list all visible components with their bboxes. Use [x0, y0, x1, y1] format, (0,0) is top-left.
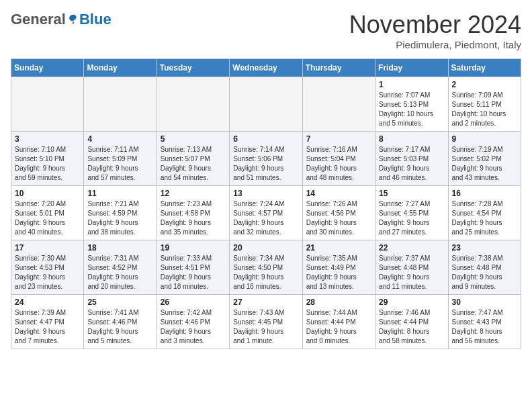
calendar-day-cell: 7Sunrise: 7:16 AM Sunset: 5:04 PM Daylig… — [302, 132, 375, 186]
calendar-day-cell: 17Sunrise: 7:30 AM Sunset: 4:53 PM Dayli… — [11, 240, 84, 295]
day-info: Sunrise: 7:37 AM Sunset: 4:48 PM Dayligh… — [379, 254, 444, 291]
calendar-day-cell: 4Sunrise: 7:11 AM Sunset: 5:09 PM Daylig… — [84, 132, 157, 186]
calendar-day-cell — [11, 77, 84, 132]
weekday-header: Sunday — [11, 59, 84, 77]
title-section: November 2024 Piedimulera, Piedmont, Ita… — [349, 11, 521, 50]
calendar-day-cell: 9Sunrise: 7:19 AM Sunset: 5:02 PM Daylig… — [448, 132, 521, 186]
day-number: 23 — [452, 243, 517, 253]
weekday-header: Friday — [375, 59, 448, 77]
calendar-day-cell: 10Sunrise: 7:20 AM Sunset: 5:01 PM Dayli… — [11, 186, 84, 240]
day-info: Sunrise: 7:10 AM Sunset: 5:10 PM Dayligh… — [15, 145, 80, 183]
day-info: Sunrise: 7:34 AM Sunset: 4:50 PM Dayligh… — [233, 254, 298, 291]
day-info: Sunrise: 7:44 AM Sunset: 4:44 PM Dayligh… — [306, 308, 371, 346]
day-number: 9 — [452, 134, 517, 144]
calendar-day-cell: 20Sunrise: 7:34 AM Sunset: 4:50 PM Dayli… — [230, 240, 302, 295]
day-number: 12 — [161, 189, 226, 198]
day-info: Sunrise: 7:21 AM Sunset: 4:59 PM Dayligh… — [87, 199, 152, 237]
day-info: Sunrise: 7:42 AM Sunset: 4:46 PM Dayligh… — [161, 308, 226, 346]
calendar-day-cell: 13Sunrise: 7:24 AM Sunset: 4:57 PM Dayli… — [230, 186, 302, 240]
calendar-day-cell: 18Sunrise: 7:31 AM Sunset: 4:52 PM Dayli… — [84, 240, 157, 295]
calendar-day-cell: 29Sunrise: 7:46 AM Sunset: 4:44 PM Dayli… — [375, 295, 448, 349]
day-info: Sunrise: 7:26 AM Sunset: 4:56 PM Dayligh… — [306, 199, 371, 237]
calendar-day-cell: 3Sunrise: 7:10 AM Sunset: 5:10 PM Daylig… — [11, 132, 84, 186]
weekday-header: Saturday — [448, 59, 521, 77]
day-info: Sunrise: 7:17 AM Sunset: 5:03 PM Dayligh… — [379, 145, 444, 183]
weekday-header: Wednesday — [230, 59, 302, 77]
calendar-day-cell: 8Sunrise: 7:17 AM Sunset: 5:03 PM Daylig… — [375, 132, 448, 186]
calendar-day-cell: 21Sunrise: 7:35 AM Sunset: 4:49 PM Dayli… — [302, 240, 375, 295]
calendar-day-cell: 19Sunrise: 7:33 AM Sunset: 4:51 PM Dayli… — [157, 240, 229, 295]
day-number: 22 — [379, 243, 444, 253]
calendar-day-cell — [157, 77, 229, 132]
day-number: 16 — [452, 189, 517, 198]
day-info: Sunrise: 7:39 AM Sunset: 4:47 PM Dayligh… — [15, 308, 80, 346]
day-number: 10 — [15, 189, 80, 198]
weekday-header: Tuesday — [157, 59, 229, 77]
calendar-day-cell — [230, 77, 302, 132]
day-info: Sunrise: 7:38 AM Sunset: 4:48 PM Dayligh… — [452, 254, 517, 291]
day-info: Sunrise: 7:14 AM Sunset: 5:06 PM Dayligh… — [233, 145, 298, 183]
calendar-day-cell: 1Sunrise: 7:07 AM Sunset: 5:13 PM Daylig… — [375, 77, 448, 132]
logo: General Blue — [11, 11, 112, 28]
page-header: General Blue November 2024 Piedimulera, … — [11, 11, 521, 50]
logo-general-text: General — [11, 11, 66, 28]
calendar-day-cell: 26Sunrise: 7:42 AM Sunset: 4:46 PM Dayli… — [157, 295, 229, 349]
day-number: 3 — [15, 134, 80, 144]
day-info: Sunrise: 7:16 AM Sunset: 5:04 PM Dayligh… — [306, 145, 371, 183]
calendar-day-cell: 15Sunrise: 7:27 AM Sunset: 4:55 PM Dayli… — [375, 186, 448, 240]
day-info: Sunrise: 7:07 AM Sunset: 5:13 PM Dayligh… — [379, 91, 444, 128]
calendar-day-cell: 28Sunrise: 7:44 AM Sunset: 4:44 PM Dayli… — [302, 295, 375, 349]
calendar-day-cell: 2Sunrise: 7:09 AM Sunset: 5:11 PM Daylig… — [448, 77, 521, 132]
calendar-week-row: 1Sunrise: 7:07 AM Sunset: 5:13 PM Daylig… — [11, 77, 521, 132]
day-info: Sunrise: 7:31 AM Sunset: 4:52 PM Dayligh… — [87, 254, 152, 291]
day-number: 6 — [233, 134, 298, 144]
calendar-day-cell: 30Sunrise: 7:47 AM Sunset: 4:43 PM Dayli… — [448, 295, 521, 349]
location-text: Piedimulera, Piedmont, Italy — [349, 39, 521, 50]
weekday-header: Monday — [84, 59, 157, 77]
day-number: 5 — [161, 134, 226, 144]
day-number: 30 — [452, 298, 517, 307]
day-number: 28 — [306, 298, 371, 307]
day-info: Sunrise: 7:30 AM Sunset: 4:53 PM Dayligh… — [15, 254, 80, 291]
day-info: Sunrise: 7:19 AM Sunset: 5:02 PM Dayligh… — [452, 145, 517, 183]
calendar-day-cell — [84, 77, 157, 132]
day-number: 13 — [233, 189, 298, 198]
day-info: Sunrise: 7:09 AM Sunset: 5:11 PM Dayligh… — [452, 91, 517, 128]
day-number: 24 — [15, 298, 80, 307]
day-number: 11 — [87, 189, 152, 198]
day-number: 15 — [379, 189, 444, 198]
calendar-day-cell: 14Sunrise: 7:26 AM Sunset: 4:56 PM Dayli… — [302, 186, 375, 240]
day-info: Sunrise: 7:24 AM Sunset: 4:57 PM Dayligh… — [233, 199, 298, 237]
calendar-week-row: 24Sunrise: 7:39 AM Sunset: 4:47 PM Dayli… — [11, 295, 521, 349]
calendar-day-cell: 6Sunrise: 7:14 AM Sunset: 5:06 PM Daylig… — [230, 132, 302, 186]
day-info: Sunrise: 7:33 AM Sunset: 4:51 PM Dayligh… — [161, 254, 226, 291]
calendar-week-row: 17Sunrise: 7:30 AM Sunset: 4:53 PM Dayli… — [11, 240, 521, 295]
day-number: 25 — [87, 298, 152, 307]
calendar-day-cell: 24Sunrise: 7:39 AM Sunset: 4:47 PM Dayli… — [11, 295, 84, 349]
weekday-header-row: SundayMondayTuesdayWednesdayThursdayFrid… — [11, 59, 521, 77]
calendar-day-cell: 27Sunrise: 7:43 AM Sunset: 4:45 PM Dayli… — [230, 295, 302, 349]
day-info: Sunrise: 7:46 AM Sunset: 4:44 PM Dayligh… — [379, 308, 444, 346]
calendar-table: SundayMondayTuesdayWednesdayThursdayFrid… — [11, 58, 521, 349]
day-info: Sunrise: 7:28 AM Sunset: 4:54 PM Dayligh… — [452, 199, 517, 237]
day-number: 26 — [161, 298, 226, 307]
calendar-day-cell: 25Sunrise: 7:41 AM Sunset: 4:46 PM Dayli… — [84, 295, 157, 349]
day-info: Sunrise: 7:43 AM Sunset: 4:45 PM Dayligh… — [233, 308, 298, 346]
day-info: Sunrise: 7:20 AM Sunset: 5:01 PM Dayligh… — [15, 199, 80, 237]
day-info: Sunrise: 7:35 AM Sunset: 4:49 PM Dayligh… — [306, 254, 371, 291]
weekday-header: Thursday — [302, 59, 375, 77]
day-info: Sunrise: 7:41 AM Sunset: 4:46 PM Dayligh… — [87, 308, 152, 346]
calendar-day-cell: 11Sunrise: 7:21 AM Sunset: 4:59 PM Dayli… — [84, 186, 157, 240]
day-number: 14 — [306, 189, 371, 198]
day-number: 2 — [452, 80, 517, 89]
calendar-week-row: 3Sunrise: 7:10 AM Sunset: 5:10 PM Daylig… — [11, 132, 521, 186]
day-info: Sunrise: 7:23 AM Sunset: 4:58 PM Dayligh… — [161, 199, 226, 237]
day-number: 27 — [233, 298, 298, 307]
day-number: 19 — [161, 243, 226, 253]
month-title: November 2024 — [349, 11, 521, 39]
day-info: Sunrise: 7:27 AM Sunset: 4:55 PM Dayligh… — [379, 199, 444, 237]
day-number: 7 — [306, 134, 371, 144]
day-number: 20 — [233, 243, 298, 253]
day-number: 1 — [379, 80, 444, 89]
logo-bird-icon — [67, 13, 79, 26]
